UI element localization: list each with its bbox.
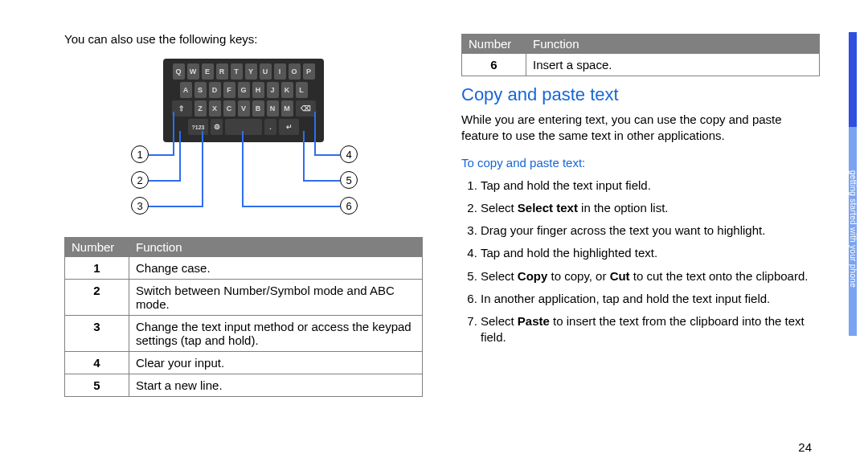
table-row: 5Start a new line. bbox=[65, 374, 423, 397]
two-column-layout: You can also use the following keys: Q W… bbox=[64, 32, 820, 397]
table-header-row: Number Function bbox=[462, 35, 820, 54]
step-text: in the option list. bbox=[578, 201, 669, 215]
key: H bbox=[252, 82, 264, 98]
callout-line bbox=[202, 131, 203, 207]
key: G bbox=[238, 82, 250, 98]
cell-number: 1 bbox=[65, 257, 129, 280]
callout-line bbox=[303, 131, 305, 182]
cell-function: Start a new line. bbox=[129, 374, 423, 397]
key: O bbox=[289, 63, 301, 80]
key: M bbox=[281, 100, 293, 116]
step-text: Select bbox=[481, 314, 518, 328]
key: U bbox=[260, 63, 272, 80]
settings-key: ⚙ bbox=[211, 119, 223, 135]
step-text: Select bbox=[481, 201, 518, 215]
callout-circle: 5 bbox=[340, 171, 358, 189]
table-header-function: Function bbox=[129, 238, 423, 257]
key: J bbox=[267, 82, 279, 98]
key: S bbox=[194, 82, 207, 98]
list-item: Select Paste to insert the text from the… bbox=[481, 313, 820, 346]
keyboard-row: Q W E R T Y U I O P bbox=[166, 63, 321, 80]
key: X bbox=[209, 100, 221, 116]
step-bold: Cut bbox=[610, 269, 630, 283]
key: I bbox=[274, 63, 286, 80]
callout-line bbox=[303, 180, 340, 182]
callout-line bbox=[242, 131, 244, 207]
callout-circle: 6 bbox=[340, 197, 358, 215]
callout-circle: 2 bbox=[131, 171, 149, 189]
callout-line bbox=[242, 206, 340, 207]
key: K bbox=[281, 82, 293, 98]
table-row: 6Insert a space. bbox=[462, 54, 820, 76]
key: D bbox=[209, 82, 221, 98]
table-row: 3Change the text input method or access … bbox=[65, 316, 423, 352]
key: E bbox=[202, 63, 214, 80]
callout-circle: 1 bbox=[131, 145, 149, 163]
callout-line bbox=[149, 206, 203, 207]
key: V bbox=[238, 100, 250, 116]
table-row: 1Change case. bbox=[65, 257, 423, 280]
manual-page: You can also use the following keys: Q W… bbox=[0, 0, 868, 470]
callout-line bbox=[179, 131, 181, 182]
keyboard-diagram: Q W E R T Y U I O P A S D bbox=[99, 59, 388, 219]
cell-function: Change case. bbox=[129, 257, 423, 280]
spacebar-key bbox=[225, 119, 262, 135]
period-key: . bbox=[264, 119, 276, 135]
cell-number: 4 bbox=[65, 352, 129, 374]
cell-function: Change the text input method or access t… bbox=[129, 316, 423, 352]
return-key: ↵ bbox=[279, 119, 299, 135]
step-text: Tap and hold the text input field. bbox=[481, 178, 651, 192]
cell-number: 2 bbox=[65, 280, 129, 316]
cell-function: Insert a space. bbox=[526, 54, 820, 76]
step-bold: Select text bbox=[518, 201, 578, 215]
key: A bbox=[180, 82, 192, 98]
mode-switch-key: ?123 bbox=[188, 119, 208, 135]
shift-key: ⇧ bbox=[172, 100, 192, 116]
callout-circle: 4 bbox=[340, 145, 358, 163]
table-header-function: Function bbox=[526, 35, 820, 54]
table-row: 4Clear your input. bbox=[65, 352, 423, 374]
table-header-number: Number bbox=[65, 238, 129, 257]
step-text: In another application, tap and hold the… bbox=[481, 292, 770, 305]
backspace-key: ⌫ bbox=[296, 100, 316, 116]
step-text: to copy, or bbox=[547, 269, 609, 283]
list-item: Select Copy to copy, or Cut to cut the t… bbox=[481, 268, 820, 284]
step-text: Tap and hold the highlighted text. bbox=[481, 246, 657, 260]
callout-line bbox=[173, 112, 174, 156]
page-number: 24 bbox=[798, 440, 812, 454]
virtual-keyboard: Q W E R T Y U I O P A S D bbox=[163, 59, 324, 142]
left-column: You can also use the following keys: Q W… bbox=[64, 32, 423, 397]
keyboard-row: ?123 ⚙ . ↵ bbox=[166, 119, 321, 135]
key: W bbox=[187, 63, 199, 80]
keyboard-row: A S D F G H J K L bbox=[166, 82, 321, 98]
step-bold: Copy bbox=[518, 269, 548, 283]
section-paragraph: While you are entering text, you can use… bbox=[461, 112, 820, 145]
key: B bbox=[252, 100, 264, 116]
table-header-row: Number Function bbox=[65, 238, 423, 257]
key: N bbox=[267, 100, 279, 116]
steps-list: Tap and hold the text input field. Selec… bbox=[461, 178, 820, 346]
key: F bbox=[223, 82, 235, 98]
callout-line bbox=[314, 112, 316, 156]
key: Z bbox=[194, 100, 207, 116]
step-text: to cut the text onto the clipboard. bbox=[630, 269, 809, 283]
key: L bbox=[296, 82, 308, 98]
cell-number: 5 bbox=[65, 374, 129, 397]
intro-text: You can also use the following keys: bbox=[64, 32, 423, 46]
step-text: Drag your finger across the text you wan… bbox=[481, 223, 765, 237]
callout-line bbox=[149, 180, 179, 182]
callout-line bbox=[149, 154, 173, 156]
step-bold: Paste bbox=[518, 314, 550, 328]
step-text: Select bbox=[481, 269, 518, 283]
side-tab: getting started with your phone bbox=[842, 0, 857, 470]
callout-circle: 3 bbox=[131, 197, 149, 215]
key: C bbox=[223, 100, 235, 116]
key: R bbox=[216, 63, 228, 80]
cell-number: 6 bbox=[462, 54, 526, 76]
cell-number: 3 bbox=[65, 316, 129, 352]
callout-line bbox=[314, 154, 340, 156]
function-table-left: Number Function 1Change case. 2Switch be… bbox=[64, 237, 423, 397]
table-row: 2Switch between Number/Symbol mode and A… bbox=[65, 280, 423, 316]
list-item: Select Select text in the option list. bbox=[481, 200, 820, 216]
right-column: Number Function 6Insert a space. Copy an… bbox=[461, 32, 820, 397]
